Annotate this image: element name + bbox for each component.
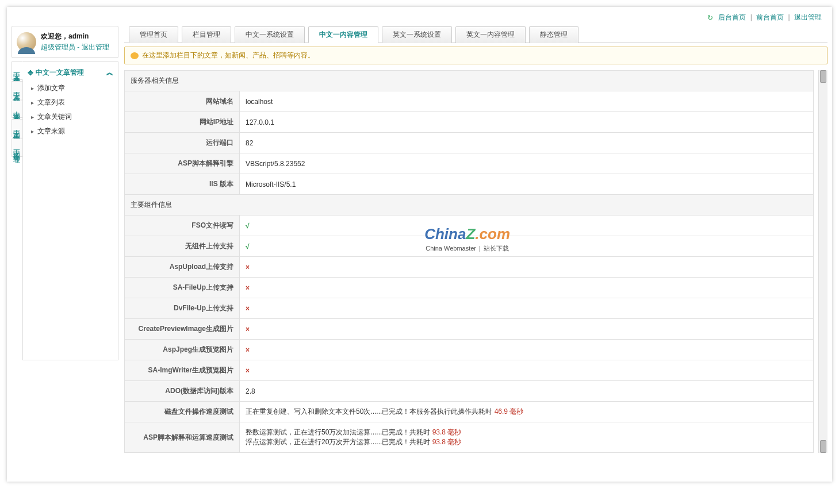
- tree-item[interactable]: 添加文章: [30, 81, 114, 95]
- row-value: ×: [240, 360, 814, 381]
- row-value: ×: [240, 319, 814, 340]
- section-header: 服务器相关信息: [125, 71, 814, 91]
- row-label: 网站域名: [125, 91, 240, 112]
- tree-item[interactable]: 文章列表: [30, 95, 114, 110]
- row-value: 127.0.0.1: [240, 112, 814, 133]
- tree-item[interactable]: 文章关键词: [30, 110, 114, 124]
- row-value: Microsoft-IIS/5.1: [240, 174, 814, 195]
- link-logout[interactable]: 退出管理: [794, 13, 822, 21]
- row-label: IIS 版本: [125, 174, 240, 195]
- welcome-greeting: 欢迎您，admin: [41, 31, 109, 42]
- separator: |: [788, 13, 790, 21]
- tab[interactable]: 管理首页: [129, 26, 178, 43]
- welcome-card: 欢迎您，admin 超级管理员 - 退出管理: [12, 26, 118, 58]
- comment-icon: [131, 52, 139, 59]
- separator: |: [750, 13, 752, 21]
- row-label: 运行端口: [125, 133, 240, 153]
- tree-panel: ✥ 中文一文章管理 ︽ 添加文章文章列表文章关键词文章来源: [23, 61, 118, 360]
- tab[interactable]: 英文一系统设置: [382, 26, 452, 43]
- row-label: SA-FileUp上传支持: [125, 278, 240, 298]
- row-label: 网站IP地址: [125, 112, 240, 133]
- vertical-tab[interactable]: 中文一案例管理: [12, 119, 22, 137]
- plus-icon: ✥: [28, 69, 33, 77]
- row-value: ×: [240, 298, 814, 319]
- notice-text: 在这里添加栏目下的文章，如新闻、产品、招聘等内容。: [142, 51, 315, 60]
- row-value: ×: [240, 257, 814, 278]
- row-label: 磁盘文件操作速度测试: [125, 402, 240, 422]
- avatar: [17, 32, 36, 52]
- section-header: 主要组件信息: [125, 195, 814, 216]
- vertical-tab[interactable]: 中文一招聘管理: [12, 138, 22, 157]
- vertical-tab[interactable]: 中文管理管理: [12, 101, 22, 118]
- chevron-up-icon: ︽: [106, 68, 113, 78]
- row-label: ASP脚本解释和运算速度测试: [125, 422, 240, 453]
- scroll-thumb[interactable]: [820, 70, 826, 83]
- notice-bar: 在这里添加栏目下的文章，如新闻、产品、招聘等内容。: [124, 47, 827, 64]
- link-back-home[interactable]: 后台首页: [718, 13, 746, 21]
- row-label: AspUpload上传支持: [125, 257, 240, 278]
- vertical-scrollbar[interactable]: [818, 70, 827, 453]
- row-label: ASP脚本解释引擎: [125, 153, 240, 174]
- tab[interactable]: 栏目管理: [182, 26, 231, 43]
- refresh-icon: ↻: [707, 14, 713, 22]
- link-front-home[interactable]: 前台首页: [756, 13, 784, 21]
- row-value: √: [240, 236, 814, 257]
- row-value: 82: [240, 133, 814, 153]
- role-link[interactable]: 超级管理员: [41, 43, 75, 51]
- row-label: CreatePreviewImage生成图片: [125, 319, 240, 340]
- row-label: AspJpeg生成预览图片: [125, 340, 240, 360]
- tree-item[interactable]: 文章来源: [30, 124, 114, 138]
- row-label: FSO文件读写: [125, 216, 240, 236]
- row-value: ×: [240, 340, 814, 360]
- row-label: DvFile-Up上传支持: [125, 298, 240, 319]
- tab[interactable]: 英文一内容管理: [455, 26, 526, 43]
- tabs-bar: 管理首页栏目管理中文一系统设置中文一内容管理英文一系统设置英文一内容管理静态管理: [124, 26, 827, 43]
- row-value: 2.8: [240, 381, 814, 402]
- vertical-tab[interactable]: 中文一产品管理: [12, 81, 22, 99]
- welcome-sep: -: [75, 43, 82, 51]
- content-frame: ChinaZ.com China Webmaster | 站长下载 服务器相关信…: [124, 70, 827, 453]
- row-label: 无组件上传支持: [125, 236, 240, 257]
- row-value: VBScript/5.8.23552: [240, 153, 814, 174]
- vertical-tab[interactable]: 中文一文章管理: [12, 61, 23, 80]
- info-table: 服务器相关信息 网站域名localhost网站IP地址127.0.0.1运行端口…: [124, 70, 814, 453]
- tree-header-label: 中文一文章管理: [36, 68, 84, 78]
- scroll-thumb[interactable]: [820, 440, 826, 453]
- tree-header[interactable]: ✥ 中文一文章管理 ︽: [26, 67, 114, 81]
- row-label: SA-ImgWriter生成预览图片: [125, 360, 240, 381]
- row-value: ×: [240, 278, 814, 298]
- exit-link[interactable]: 退出管理: [82, 43, 109, 51]
- tab[interactable]: 静态管理: [529, 26, 579, 43]
- top-links-bar: ↻ 后台首页 | 前台首页 | 退出管理: [7, 7, 832, 26]
- row-value: √: [240, 216, 814, 236]
- tab[interactable]: 中文一内容管理: [308, 26, 378, 43]
- row-value: 正在重复创建、写入和删除文本文件50次......已完成！本服务器执行此操作共耗…: [240, 402, 814, 422]
- row-label: ADO(数据库访问)版本: [125, 381, 240, 402]
- tab[interactable]: 中文一系统设置: [235, 26, 305, 43]
- row-value: localhost: [240, 91, 814, 112]
- row-value: 整数运算测试，正在进行50万次加法运算......已完成！共耗时 93.8 毫秒…: [240, 422, 814, 453]
